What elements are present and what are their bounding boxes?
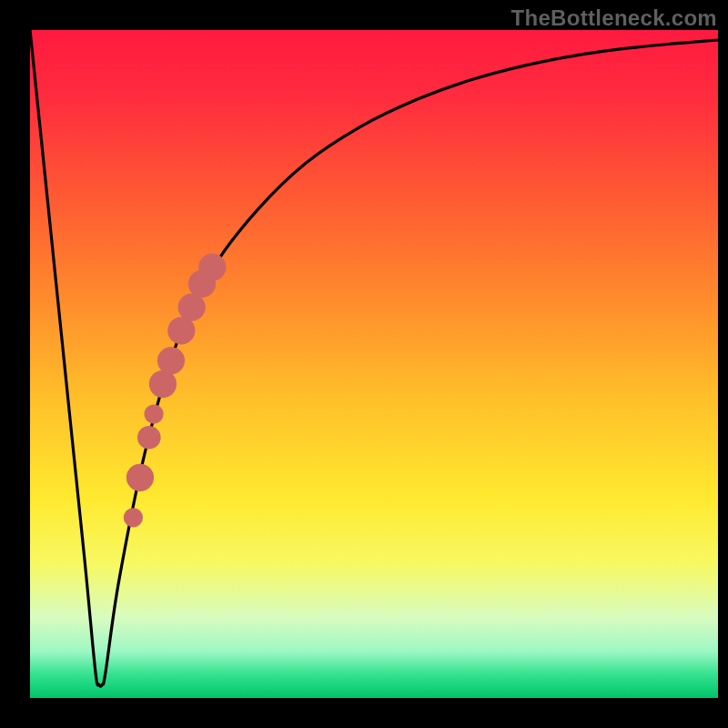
watermark-text: TheBottleneck.com <box>511 5 717 31</box>
highlight-dot <box>178 293 206 320</box>
highlight-dot <box>149 370 177 398</box>
plot-area <box>30 30 718 698</box>
highlight-dot <box>157 347 185 374</box>
highlight-dot <box>126 464 154 491</box>
highlight-dot <box>198 253 226 280</box>
gradient-background <box>30 30 718 698</box>
highlight-dot <box>124 508 143 527</box>
highlight-dot <box>137 426 161 450</box>
chart-frame: TheBottleneck.com <box>0 0 728 728</box>
highlight-dot <box>145 404 164 423</box>
highlight-dot <box>167 317 195 344</box>
chart-svg <box>30 30 718 698</box>
